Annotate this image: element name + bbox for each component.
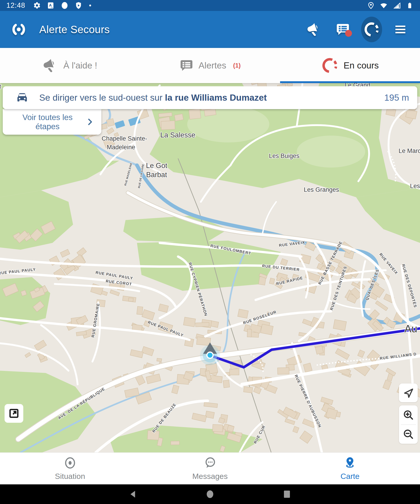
- street-label: RUE MADELEINE: [124, 162, 133, 186]
- ongoing-loader-button[interactable]: [361, 19, 382, 40]
- tab-current-label: En cours: [343, 60, 379, 71]
- android-home-button[interactable]: [205, 489, 215, 499]
- compass-locate-button[interactable]: [399, 384, 418, 402]
- loader-circle-bg: [361, 17, 382, 42]
- zoom-out-icon: [402, 428, 414, 440]
- svg-text:A: A: [49, 3, 52, 7]
- map-label-le-got: Le Got: [146, 162, 167, 170]
- fullscreen-button[interactable]: [5, 404, 23, 423]
- loader-icon: [321, 57, 338, 74]
- messages-bubble-icon: [203, 456, 217, 469]
- menu-button[interactable]: [390, 19, 411, 40]
- all-steps-button[interactable]: Voir toutes les étapes: [3, 109, 101, 135]
- navigation-instruction-card[interactable]: Se diriger vers le sud-ouest sur la rue …: [3, 86, 417, 109]
- bottom-nav-messages-label: Messages: [192, 472, 228, 481]
- tab-current[interactable]: En cours: [280, 48, 420, 83]
- car-icon: [15, 91, 29, 105]
- map-label-chapelle-1: Chapelle Sainte-: [102, 135, 147, 142]
- zoom-in-button[interactable]: [399, 405, 418, 425]
- instruction-prefix: Se diriger vers le sud-ouest sur: [39, 93, 165, 102]
- gear-icon: [33, 2, 41, 9]
- home-circle-icon: [205, 489, 215, 499]
- bottom-nav-situation[interactable]: Situation: [0, 453, 140, 484]
- zoom-controls: [399, 405, 418, 444]
- instruction-road: la rue Williams Dumazet: [165, 93, 267, 102]
- unread-badge: [345, 30, 352, 37]
- location-pin-icon: [367, 2, 375, 9]
- street-label: RUE CUR: [253, 425, 266, 444]
- tab-help[interactable]: À l'aide !: [0, 48, 140, 83]
- map-label-barbat: Barbat: [146, 171, 167, 179]
- app-bar: Alerte Secours: [0, 11, 420, 48]
- instruction-text: Se diriger vers le sud-ouest sur la rue …: [39, 93, 267, 103]
- bottom-nav-carte-label: Carte: [341, 472, 360, 481]
- battery-icon: [406, 2, 414, 9]
- map-label-vat: vat: [0, 83, 2, 90]
- bottom-nav-situation-label: Situation: [55, 472, 85, 481]
- active-tab-underline: [280, 81, 420, 83]
- megaphone-icon: [43, 58, 58, 73]
- user-location-marker: [200, 342, 220, 365]
- back-triangle-icon: [128, 489, 138, 499]
- map-label-aubusson: Au: [404, 323, 417, 335]
- page-title: Alerte Secours: [39, 23, 110, 36]
- status-time: 12:48: [6, 1, 25, 10]
- status-bar: 12:48 A: [0, 0, 420, 11]
- recents-square-icon: [282, 489, 292, 499]
- open-external-icon: [8, 407, 20, 420]
- bottom-nav: Situation Messages Carte: [0, 452, 420, 484]
- tab-alerts-badge: (1): [233, 62, 240, 69]
- circle-icon: [60, 1, 69, 10]
- bottom-nav-carte[interactable]: Carte: [280, 453, 420, 484]
- tab-bar: À l'aide ! Alertes (1) En cours: [0, 48, 420, 83]
- translate-a-icon: A: [47, 2, 54, 9]
- map-label-les-buiges: Les Buiges: [269, 152, 300, 159]
- android-nav-bar: [0, 484, 420, 504]
- map-label-la-salesse: La Salesse: [160, 131, 195, 139]
- map-label-les: Les: [410, 183, 420, 189]
- all-steps-label: Voir toutes les étapes: [10, 113, 85, 131]
- map-label-le-marc: Le Marc: [399, 147, 420, 154]
- chat-list-icon: [180, 58, 194, 72]
- loader-icon: [363, 21, 380, 38]
- cell-signal-icon: [393, 1, 401, 10]
- android-back-button[interactable]: [128, 489, 138, 499]
- status-left-icons: A: [33, 1, 92, 10]
- status-right-icons: [367, 1, 414, 10]
- dot-icon: [88, 4, 92, 7]
- tab-alerts[interactable]: Alertes (1): [140, 48, 280, 83]
- situation-target-icon: [63, 456, 77, 469]
- shield-play-icon: [75, 2, 82, 9]
- megaphone-button[interactable]: [304, 19, 324, 40]
- chevron-right-icon: [85, 117, 95, 126]
- map[interactable]: vat Le Grand Chapelle Sainte- Madeleine …: [0, 83, 420, 452]
- zoom-in-icon: [402, 409, 414, 421]
- broadcast-logo-icon: [9, 20, 28, 39]
- android-recents-button[interactable]: [282, 489, 292, 499]
- street-label: RUE VAVEIX: [279, 240, 306, 248]
- navigation-arrow-icon: [402, 387, 414, 399]
- megaphone-icon: [306, 22, 322, 37]
- app-screen: 12:48 A: [0, 0, 420, 504]
- menu-icon: [394, 23, 407, 36]
- tab-help-label: À l'aide !: [63, 60, 97, 71]
- map-label-les-granges: Les Granges: [304, 186, 339, 193]
- messages-button[interactable]: [332, 19, 353, 40]
- map-canvas: vat Le Grand Chapelle Sainte- Madeleine …: [0, 83, 420, 452]
- map-pin-icon: [343, 456, 357, 469]
- bottom-nav-messages[interactable]: Messages: [140, 453, 280, 484]
- wifi-icon: [379, 1, 388, 10]
- zoom-out-button[interactable]: [399, 425, 418, 444]
- instruction-distance: 195 m: [378, 93, 409, 103]
- tab-alerts-label: Alertes: [198, 60, 226, 71]
- map-label-chapelle-2: Madeleine: [107, 144, 135, 151]
